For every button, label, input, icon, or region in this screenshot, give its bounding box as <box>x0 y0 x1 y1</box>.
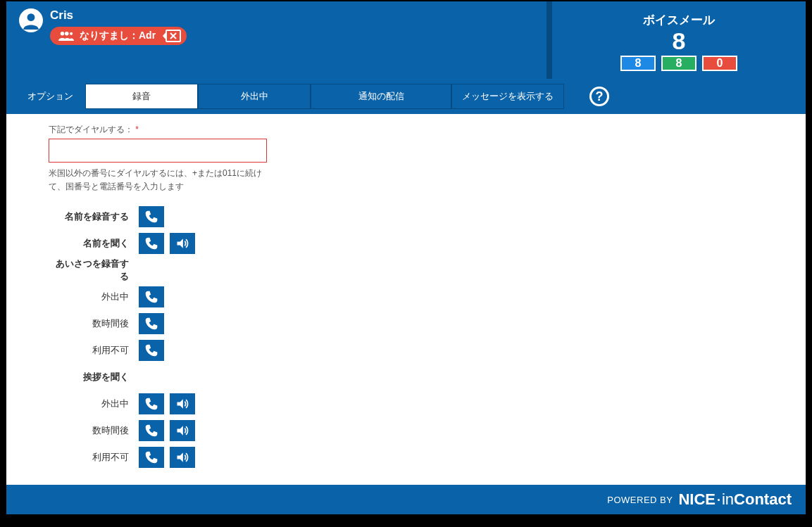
phone-icon <box>144 236 158 250</box>
row-record-greeting-hours: 数時間後 <box>49 310 806 337</box>
header: Cris なりすまし：Adr ボイスメール 8 8 8 0 <box>6 1 806 79</box>
options-label: オプション <box>15 90 85 103</box>
svg-point-3 <box>70 32 73 35</box>
listen-unavailable-speaker-button[interactable] <box>170 447 195 468</box>
row-listen-greeting-hours: 数時間後 <box>49 417 806 444</box>
speaker-icon <box>175 424 189 438</box>
label-hours2: 数時間後 <box>49 424 133 437</box>
listen-hours-phone-button[interactable] <box>139 420 164 441</box>
record-name-phone-button[interactable] <box>139 206 164 227</box>
listen-away-speaker-button[interactable] <box>170 393 195 414</box>
row-record-greeting-away: 外出中 <box>49 284 806 310</box>
people-icon <box>58 30 74 42</box>
voicemail-deleted-badge[interactable]: 0 <box>702 56 737 71</box>
listen-name-phone-button[interactable] <box>139 233 164 254</box>
label-listen-name: 名前を聞く <box>49 237 133 250</box>
record-unavailable-phone-button[interactable] <box>139 340 164 361</box>
svg-point-1 <box>61 32 65 36</box>
voicemail-saved-badge[interactable]: 8 <box>661 56 697 71</box>
brand: NICE·inContact <box>678 490 792 509</box>
help-button[interactable]: ? <box>589 87 609 106</box>
label-record-name: 名前を録音する <box>49 210 133 223</box>
impersonate-text: なりすまし：Adr <box>80 30 156 42</box>
speaker-icon <box>175 236 189 250</box>
voicemail-panel: ボイスメール 8 8 8 0 <box>552 1 806 79</box>
row-listen-greeting-header: 挨拶を聞く <box>49 364 806 391</box>
impersonate-close-button[interactable] <box>165 30 181 42</box>
label-away2: 外出中 <box>49 398 133 410</box>
dial-hint: 米国以外の番号にダイヤルするには、+または011に続けて、国番号と電話番号を入力… <box>49 167 274 193</box>
speaker-icon <box>175 397 189 411</box>
listen-unavailable-phone-button[interactable] <box>139 447 164 468</box>
tab-show-messages[interactable]: メッセージを表示する <box>451 84 564 109</box>
svg-point-0 <box>27 13 35 21</box>
row-record-greeting-header: あいさつを録音する <box>49 257 806 284</box>
close-icon <box>170 32 177 39</box>
impersonate-badge: なりすまし：Adr <box>50 27 187 45</box>
recording-grid: 名前を録音する 名前を聞く あいさつを録音する 外出中 <box>49 203 806 471</box>
phone-icon <box>144 317 158 331</box>
phone-icon <box>144 450 158 464</box>
row-listen-greeting-away: 外出中 <box>49 391 806 417</box>
listen-hours-speaker-button[interactable] <box>170 420 195 441</box>
record-away-phone-button[interactable] <box>139 286 164 307</box>
dial-input[interactable] <box>49 139 267 163</box>
user-section: Cris なりすまし：Adr <box>50 8 187 45</box>
tabs-row: オプション 録音 外出中 通知の配信 メッセージを表示する ? <box>6 79 806 114</box>
tab-away[interactable]: 外出中 <box>198 84 311 109</box>
listen-name-speaker-button[interactable] <box>170 233 195 254</box>
row-listen-name: 名前を聞く <box>49 230 806 257</box>
row-record-greeting-unavailable: 利用不可 <box>49 337 806 364</box>
label-hours: 数時間後 <box>49 317 133 330</box>
record-hours-phone-button[interactable] <box>139 313 164 334</box>
phone-icon <box>144 343 158 357</box>
phone-icon <box>144 397 158 411</box>
row-listen-greeting-unavailable: 利用不可 <box>49 444 806 471</box>
avatar[interactable] <box>19 8 43 32</box>
phone-icon <box>144 210 158 224</box>
phone-icon <box>144 424 158 438</box>
listen-away-phone-button[interactable] <box>139 393 164 414</box>
voicemail-badges: 8 8 0 <box>620 56 737 71</box>
voicemail-new-badge[interactable]: 8 <box>620 56 656 71</box>
speaker-icon <box>175 450 189 464</box>
header-left: Cris なりすまし：Adr <box>6 1 552 79</box>
app-container: Cris なりすまし：Adr ボイスメール 8 8 8 0 <box>6 1 806 514</box>
dial-label: 下記でダイヤルする： * <box>49 124 806 136</box>
footer: POWERED BY NICE·inContact <box>6 485 806 514</box>
phone-icon <box>144 290 158 304</box>
powered-by: POWERED BY <box>607 495 673 505</box>
label-record-greeting: あいさつを録音する <box>49 258 133 283</box>
label-unavailable: 利用不可 <box>49 344 133 357</box>
row-record-name: 名前を録音する <box>49 203 806 230</box>
label-unavailable2: 利用不可 <box>49 451 133 464</box>
user-icon <box>22 11 40 30</box>
svg-point-2 <box>65 32 69 36</box>
voicemail-title: ボイスメール <box>643 12 715 28</box>
username: Cris <box>50 8 187 23</box>
content: 下記でダイヤルする： * 米国以外の番号にダイヤルするには、+または011に続け… <box>6 114 806 485</box>
tab-delivery[interactable]: 通知の配信 <box>311 84 451 109</box>
voicemail-total: 8 <box>673 28 686 54</box>
label-away: 外出中 <box>49 291 133 303</box>
label-listen-greeting: 挨拶を聞く <box>49 371 133 383</box>
tab-record[interactable]: 録音 <box>85 84 198 109</box>
